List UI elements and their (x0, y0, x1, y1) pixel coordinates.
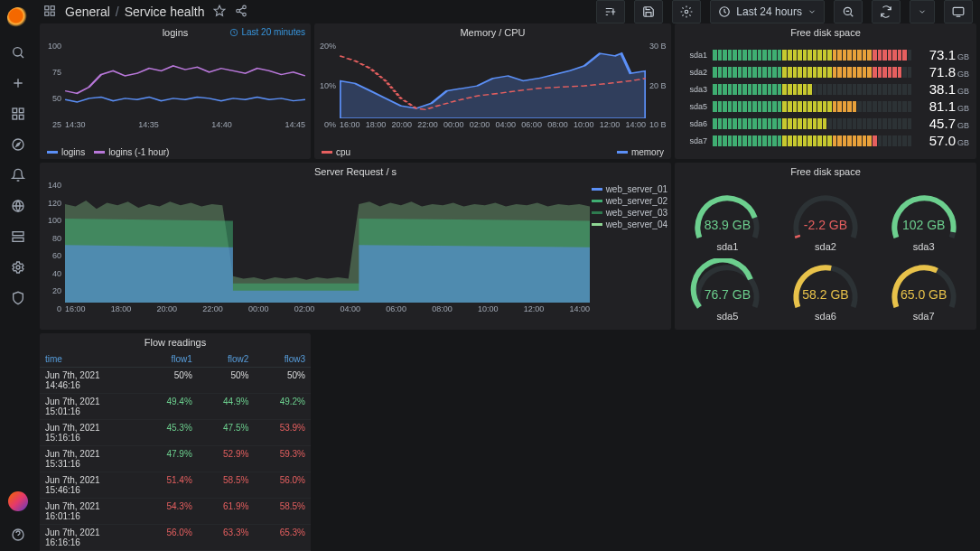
svg-point-17 (243, 13, 247, 15)
svg-rect-4 (19, 115, 23, 119)
panel-logins[interactable]: logins Last 20 minutes 100755025 14:3014… (40, 23, 311, 159)
disk-bar-row: sda581.1GB (682, 98, 969, 114)
svg-rect-8 (13, 238, 23, 241)
share-icon[interactable] (235, 5, 247, 20)
svg-rect-12 (51, 5, 54, 9)
panel-server-requests[interactable]: Server Request / s 140120100806040200 we… (40, 163, 671, 330)
disk-bar-row: sda338.1GB (682, 81, 969, 97)
alerting-icon[interactable] (11, 168, 25, 182)
gauge: 83.9 GBsda1 (678, 186, 777, 256)
add-panel-button[interactable] (596, 0, 625, 23)
table-row[interactable]: Jun 7th, 2021 16:16:1656.0%63.3%65.3% (40, 525, 311, 551)
svg-point-16 (237, 9, 240, 13)
panel-memory-cpu[interactable]: Memory / CPU 20%10%0% 30 B20 B10 B 16:00… (314, 23, 671, 159)
panel-disk-gauges[interactable]: Free disk space 83.9 GBsda1-2.2 GBsda210… (675, 163, 976, 330)
timerange-label: Last 24 hours (736, 5, 802, 18)
svg-rect-7 (13, 232, 23, 236)
refresh-interval-button[interactable] (910, 0, 935, 23)
svg-point-18 (686, 10, 689, 14)
svg-point-9 (16, 266, 20, 269)
gauge: 76.7 GBsda5 (678, 256, 777, 325)
refresh-button[interactable] (872, 0, 901, 23)
search-icon[interactable] (11, 45, 25, 60)
svg-rect-13 (45, 12, 49, 15)
svg-rect-1 (13, 108, 17, 113)
breadcrumb-sep: / (116, 5, 119, 19)
topbar: General / Service health Last 24 hours (36, 0, 980, 23)
svg-point-0 (14, 48, 22, 56)
disk-bar-row: sda645.7GB (682, 116, 969, 131)
panel-grid-icon[interactable] (43, 5, 56, 20)
panel-time-note: Last 20 minutes (229, 27, 305, 37)
shield-icon[interactable] (11, 291, 25, 305)
table-row[interactable]: Jun 7th, 2021 15:31:1647.9%52.9%59.3% (40, 446, 311, 472)
explore-icon[interactable] (11, 137, 25, 152)
panel-title-text: Free disk space (790, 166, 861, 177)
breadcrumb-root[interactable]: General (65, 5, 110, 19)
star-icon[interactable] (213, 5, 226, 20)
settings-button[interactable] (672, 0, 701, 23)
panel-title-text: Free disk space (790, 27, 861, 38)
save-button[interactable] (634, 0, 663, 23)
server-icon[interactable] (11, 229, 25, 244)
nav-sidebar (0, 0, 36, 551)
disk-bar-row: sda271.8GB (682, 64, 969, 79)
table-row[interactable]: Jun 7th, 2021 15:01:1649.4%44.9%49.2% (40, 394, 311, 420)
globe-icon[interactable] (11, 199, 25, 213)
table-row[interactable]: Jun 7th, 2021 16:01:1654.3%61.9%58.5% (40, 499, 311, 525)
timerange-picker[interactable]: Last 24 hours (710, 0, 825, 23)
gauge: -2.2 GBsda2 (777, 186, 875, 256)
breadcrumb-page[interactable]: Service health (125, 5, 205, 19)
disk-bar-row: sda757.0GB (682, 133, 969, 148)
grafana-logo-icon[interactable] (7, 7, 29, 29)
breadcrumb[interactable]: General / Service health (65, 5, 204, 19)
gauge: 58.2 GBsda6 (777, 256, 875, 325)
svg-rect-2 (19, 108, 23, 113)
svg-rect-3 (13, 115, 17, 119)
gear-icon[interactable] (11, 260, 25, 275)
disk-bar-row: sda173.1GB (682, 47, 969, 62)
table-row[interactable]: Jun 7th, 2021 15:16:1645.3%47.5%53.9% (40, 420, 311, 446)
dashboards-icon[interactable] (11, 107, 25, 121)
svg-rect-11 (45, 5, 49, 9)
tv-mode-button[interactable] (944, 0, 973, 23)
svg-rect-14 (51, 12, 54, 15)
gauge: 65.0 GBsda7 (874, 256, 973, 325)
panel-title-text: logins (163, 27, 189, 38)
plus-icon[interactable] (11, 76, 25, 90)
panel-title-text: Flow readings (145, 337, 206, 348)
zoom-out-button[interactable] (834, 0, 863, 23)
help-icon[interactable] (11, 528, 25, 542)
table-row[interactable]: Jun 7th, 2021 14:46:1650%50%50% (40, 368, 311, 394)
user-avatar[interactable] (8, 491, 28, 511)
table-row[interactable]: Jun 7th, 2021 15:46:1651.4%58.5%56.0% (40, 472, 311, 499)
chevron-down-icon (807, 7, 817, 16)
gauge: 102 GBsda3 (874, 186, 973, 256)
svg-rect-21 (953, 7, 964, 14)
svg-point-5 (13, 139, 23, 150)
svg-point-15 (243, 5, 247, 8)
panel-flow-readings[interactable]: Flow readings timeflow1flow2flow3Jun 7th… (40, 333, 311, 551)
panel-disk-bars[interactable]: Free disk space sda173.1GBsda271.8GBsda3… (675, 23, 976, 159)
panel-title-text: Server Request / s (314, 166, 397, 177)
panel-title-text: Memory / CPU (460, 27, 525, 38)
